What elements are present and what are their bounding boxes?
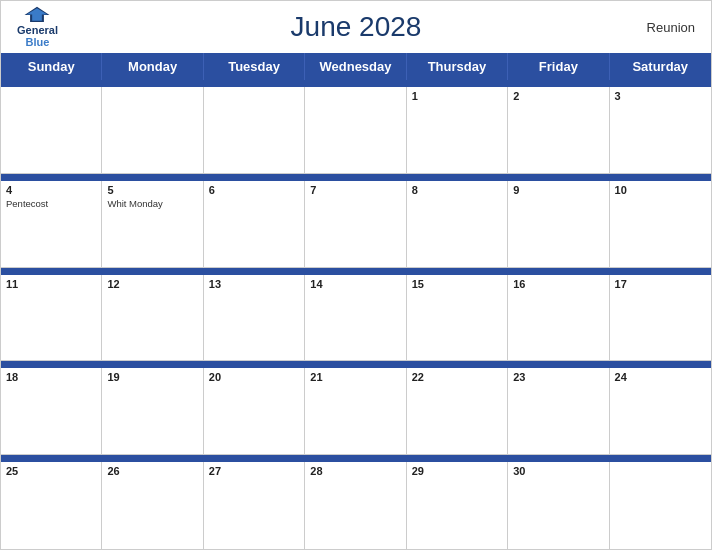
day-headers: SundayMondayTuesdayWednesdayThursdayFrid… bbox=[1, 53, 711, 80]
week-2: 11121314151617 bbox=[1, 275, 711, 362]
table-cell bbox=[1, 87, 102, 174]
cell-event: Whit Monday bbox=[107, 198, 197, 209]
cell-date: 18 bbox=[6, 371, 96, 383]
cell-date: 1 bbox=[412, 90, 502, 102]
day-header-sunday: Sunday bbox=[1, 53, 102, 80]
cell-date: 15 bbox=[412, 278, 502, 290]
calendar-header: General Blue June 2028 Reunion bbox=[1, 1, 711, 53]
week-band-0 bbox=[1, 80, 711, 87]
week-row-2: 11121314151617 bbox=[1, 275, 711, 362]
day-header-friday: Friday bbox=[508, 53, 609, 80]
table-cell: 18 bbox=[1, 368, 102, 455]
table-cell: 11 bbox=[1, 275, 102, 362]
table-cell: 26 bbox=[102, 462, 203, 549]
cell-date: 5 bbox=[107, 184, 197, 196]
table-cell bbox=[102, 87, 203, 174]
table-cell: 9 bbox=[508, 181, 609, 268]
table-cell: 25 bbox=[1, 462, 102, 549]
cell-date: 27 bbox=[209, 465, 299, 477]
cell-date: 16 bbox=[513, 278, 603, 290]
cell-date: 20 bbox=[209, 371, 299, 383]
table-cell: 7 bbox=[305, 181, 406, 268]
cell-date: 13 bbox=[209, 278, 299, 290]
day-header-saturday: Saturday bbox=[610, 53, 711, 80]
table-cell: 10 bbox=[610, 181, 711, 268]
cell-date: 28 bbox=[310, 465, 400, 477]
week-0: 123 bbox=[1, 87, 711, 174]
table-cell: 14 bbox=[305, 275, 406, 362]
logo-line2: Blue bbox=[26, 37, 50, 49]
table-cell: 3 bbox=[610, 87, 711, 174]
table-cell: 2 bbox=[508, 87, 609, 174]
cell-date: 8 bbox=[412, 184, 502, 196]
calendar-container: General Blue June 2028 Reunion SundayMon… bbox=[0, 0, 712, 550]
day-header-thursday: Thursday bbox=[407, 53, 508, 80]
table-cell: 22 bbox=[407, 368, 508, 455]
table-cell: 8 bbox=[407, 181, 508, 268]
table-cell: 5Whit Monday bbox=[102, 181, 203, 268]
table-cell: 27 bbox=[204, 462, 305, 549]
cell-date: 29 bbox=[412, 465, 502, 477]
week-row-1: 4Pentecost5Whit Monday678910 bbox=[1, 181, 711, 268]
table-cell: 12 bbox=[102, 275, 203, 362]
logo-line1: General bbox=[17, 24, 58, 36]
cell-date: 26 bbox=[107, 465, 197, 477]
table-cell: 30 bbox=[508, 462, 609, 549]
week-band-3 bbox=[1, 361, 711, 368]
cell-event: Pentecost bbox=[6, 198, 96, 209]
week-4: 252627282930 bbox=[1, 462, 711, 549]
cell-date: 25 bbox=[6, 465, 96, 477]
table-cell: 16 bbox=[508, 275, 609, 362]
week-band-4 bbox=[1, 455, 711, 462]
day-header-monday: Monday bbox=[102, 53, 203, 80]
week-3: 18192021222324 bbox=[1, 368, 711, 455]
table-cell bbox=[305, 87, 406, 174]
logo-icon bbox=[23, 5, 51, 23]
week-row-3: 18192021222324 bbox=[1, 368, 711, 455]
weeks-container: 1234Pentecost5Whit Monday678910111213141… bbox=[1, 80, 711, 549]
cell-date: 17 bbox=[615, 278, 706, 290]
region-label: Reunion bbox=[647, 20, 695, 35]
week-row-0: 123 bbox=[1, 87, 711, 174]
day-header-wednesday: Wednesday bbox=[305, 53, 406, 80]
week-row-4: 252627282930 bbox=[1, 462, 711, 549]
cell-date: 4 bbox=[6, 184, 96, 196]
week-1: 4Pentecost5Whit Monday678910 bbox=[1, 181, 711, 268]
table-cell: 15 bbox=[407, 275, 508, 362]
table-cell: 4Pentecost bbox=[1, 181, 102, 268]
table-cell: 20 bbox=[204, 368, 305, 455]
cell-date: 21 bbox=[310, 371, 400, 383]
week-band-2 bbox=[1, 268, 711, 275]
cell-date: 22 bbox=[412, 371, 502, 383]
table-cell: 1 bbox=[407, 87, 508, 174]
cell-date: 11 bbox=[6, 278, 96, 290]
cell-date: 2 bbox=[513, 90, 603, 102]
cell-date: 10 bbox=[615, 184, 706, 196]
cell-date: 7 bbox=[310, 184, 400, 196]
cell-date: 30 bbox=[513, 465, 603, 477]
cell-date: 19 bbox=[107, 371, 197, 383]
month-title: June 2028 bbox=[291, 11, 422, 43]
day-header-tuesday: Tuesday bbox=[204, 53, 305, 80]
table-cell bbox=[610, 462, 711, 549]
table-cell: 19 bbox=[102, 368, 203, 455]
table-cell: 28 bbox=[305, 462, 406, 549]
logo: General Blue bbox=[17, 5, 58, 48]
table-cell: 13 bbox=[204, 275, 305, 362]
cell-date: 3 bbox=[615, 90, 706, 102]
cell-date: 24 bbox=[615, 371, 706, 383]
table-cell: 24 bbox=[610, 368, 711, 455]
cell-date: 14 bbox=[310, 278, 400, 290]
table-cell bbox=[204, 87, 305, 174]
cell-date: 6 bbox=[209, 184, 299, 196]
table-cell: 17 bbox=[610, 275, 711, 362]
cell-date: 23 bbox=[513, 371, 603, 383]
table-cell: 29 bbox=[407, 462, 508, 549]
cell-date: 9 bbox=[513, 184, 603, 196]
table-cell: 21 bbox=[305, 368, 406, 455]
table-cell: 23 bbox=[508, 368, 609, 455]
cell-date: 12 bbox=[107, 278, 197, 290]
table-cell: 6 bbox=[204, 181, 305, 268]
week-band-1 bbox=[1, 174, 711, 181]
